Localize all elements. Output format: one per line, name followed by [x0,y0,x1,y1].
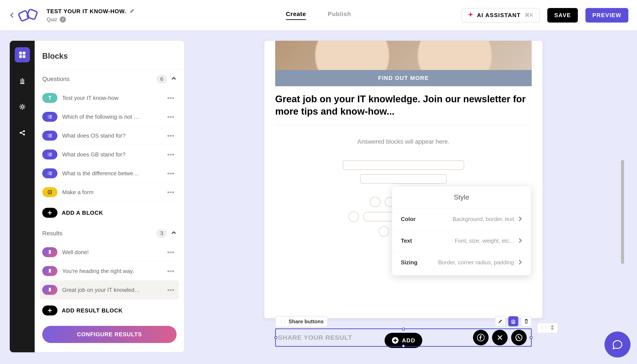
rail-settings[interactable] [15,99,30,114]
question-item[interactable]: T Test your IT know-how ••• [42,88,176,108]
more-icon[interactable]: ••• [165,188,176,196]
more-icon[interactable]: ••• [165,150,176,158]
svg-rect-1 [27,9,38,20]
style-row-sizing[interactable]: Sizing Border, corner radius, padding [392,252,531,273]
more-icon[interactable]: ••• [165,94,176,102]
style-row-color[interactable]: Color Background, border, text [392,208,531,230]
svg-rect-2 [19,52,22,54]
skeleton [379,226,389,236]
scrollbar[interactable] [621,41,624,352]
drag-icon[interactable]: ⋮⋮ [280,320,286,324]
resize-handle[interactable] [402,328,405,331]
rail-share[interactable] [15,125,30,140]
chevron-right-icon [518,259,522,266]
chat-bubble-button[interactable] [604,332,630,358]
bookmark-icon [42,266,58,276]
back-button[interactable] [9,12,15,18]
more-icon[interactable]: ••• [165,248,176,256]
svg-rect-5 [22,55,25,58]
resize-icon[interactable] [550,325,555,331]
rail-theme[interactable] [15,73,30,88]
edit-title-icon[interactable] [130,8,135,14]
result-label: You're heading the right way. [62,268,165,274]
placeholder-text: Answered blocks will appear here. [358,138,450,145]
style-popup: Style Color Background, border, text Tex… [392,186,531,276]
facebook-icon[interactable] [473,330,488,345]
resize-handle[interactable] [530,336,532,339]
style-popup-title: Style [392,186,531,208]
plus-icon [42,208,58,218]
svg-rect-10 [48,190,52,194]
preview-button[interactable]: PREVIEW [586,8,628,22]
tab-publish[interactable]: Publish [328,10,351,20]
find-more-button[interactable]: FIND OUT MORE [275,70,532,86]
more-icon[interactable]: ••• [165,286,176,294]
resize-handle[interactable] [274,336,277,339]
panel-title: Blocks [35,41,184,70]
more-icon[interactable]: ••• [165,113,176,121]
share-text[interactable]: SHARE YOUR RESULT [278,334,352,341]
add-result-button[interactable]: ADD RESULT BLOCK [35,300,184,322]
grid-handles[interactable]: ⋮⋮ [537,322,558,334]
element-label[interactable]: ⋮⋮ Share buttons [275,316,328,327]
page-subtitle: Quiz [46,16,57,22]
skeleton [348,212,359,222]
whatsapp-icon[interactable] [511,330,527,345]
question-label: Test your IT know-how [62,95,165,102]
result-label: Well done! [62,249,165,256]
list-icon [42,112,58,122]
form-icon [42,187,58,197]
delete-button[interactable] [521,316,532,327]
skeleton [360,174,447,184]
svg-point-6 [21,106,23,108]
question-item[interactable]: Make a form ••• [42,183,176,202]
more-icon[interactable]: ••• [165,132,176,140]
question-item[interactable]: What does OS stand for? ••• [42,126,176,145]
style-button[interactable] [508,316,519,327]
ai-assistant-button[interactable]: AI ASSISTANT ⌘K [462,8,540,22]
drag-icon[interactable]: ⋮⋮ [540,325,547,331]
svg-rect-3 [22,52,25,54]
questions-count: 6 [156,75,167,84]
result-headline[interactable]: Great job on your IT knowledge. Join our… [275,93,532,118]
bookmark-icon [42,285,58,295]
save-button[interactable]: SAVE [547,8,578,22]
style-row-text[interactable]: Text Font, size, weight, etc... [392,230,531,252]
question-label: Make a form [62,189,165,196]
chevron-down-icon[interactable] [171,76,176,82]
banner-image[interactable] [275,41,532,70]
result-item[interactable]: Well done! ••• [42,243,176,262]
x-twitter-icon[interactable] [492,330,508,345]
question-label: What is the difference betwe… [62,170,165,177]
skeleton [370,197,380,207]
page-title: TEST YOUR IT KNOW-HOW. [46,8,126,15]
result-label: Great job on your IT knowled… [62,287,165,293]
more-icon[interactable]: ••• [165,170,176,178]
share-buttons-element[interactable]: SHARE YOUR RESULT [275,328,532,347]
chevron-down-icon[interactable] [171,230,176,236]
result-item[interactable]: You're heading the right way. ••• [42,262,176,280]
tab-create[interactable]: Create [286,10,306,20]
sparkle-icon [468,12,473,18]
plus-icon [42,306,58,316]
divider [275,125,532,125]
more-icon[interactable]: ••• [165,267,176,275]
app-logo[interactable] [17,7,40,23]
list-icon [42,150,58,160]
skeleton [343,160,464,170]
add-question-button[interactable]: ADD A BLOCK [35,202,184,224]
question-item[interactable]: Which of the following is not … ••• [42,108,176,126]
resize-handle[interactable] [402,344,405,348]
text-icon: T [42,93,58,103]
question-label: Which of the following is not … [62,114,165,120]
section-results: Results [42,230,62,237]
result-item[interactable]: Great job on your IT knowled… ••• [40,280,179,300]
rail-blocks[interactable] [15,47,30,62]
question-item[interactable]: What is the difference betwe… ••• [42,164,176,183]
info-icon[interactable]: i [60,16,66,22]
question-item[interactable]: What does GB stand for? ••• [42,145,176,164]
configure-results-button[interactable]: CONFIGURE RESULTS [42,326,176,343]
question-label: What does OS stand for? [62,132,165,139]
scrollbar-thumb[interactable] [621,160,624,264]
edit-button[interactable] [495,316,506,327]
